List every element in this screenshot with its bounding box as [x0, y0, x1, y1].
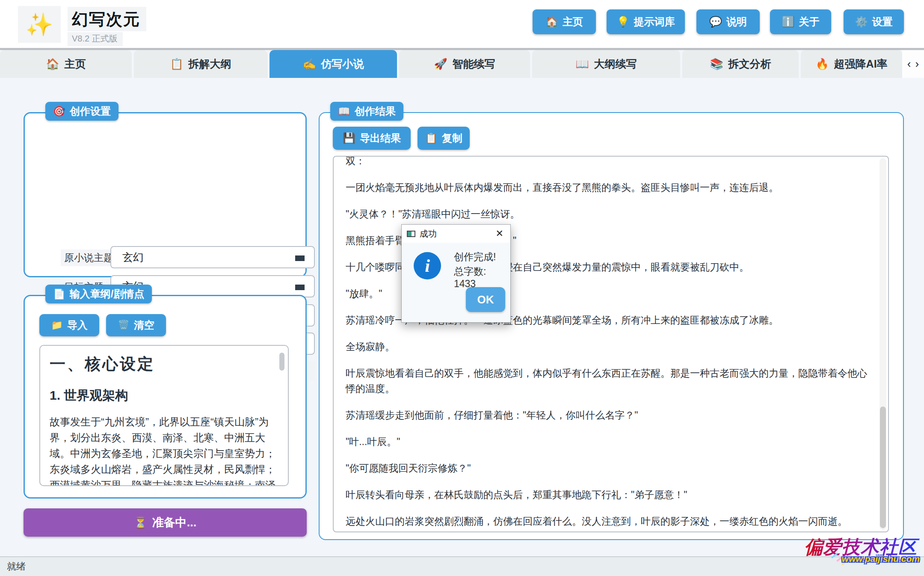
- tab-home[interactable]: 🏠 主页: [0, 50, 132, 78]
- source-theme-select[interactable]: 玄幻: [110, 246, 315, 268]
- document-icon: 📄: [53, 288, 65, 300]
- tab-smart-continue[interactable]: 🚀 智能续写: [399, 50, 530, 78]
- tab-outline-deconstruct[interactable]: 📋 拆解大纲: [134, 50, 267, 78]
- info-icon: ℹ️: [782, 16, 795, 28]
- export-button[interactable]: 💾 导出结果: [333, 127, 411, 150]
- outline-panel-title-label: 输入章纲/剧情点: [70, 287, 145, 301]
- dialog-title: 成功: [420, 228, 494, 240]
- result-panel-title: 📖 创作结果: [330, 102, 403, 121]
- select-arrow-icon: [295, 255, 305, 261]
- watermark: 偏爱技术社区 www.paijishu.com: [804, 535, 922, 560]
- app-window: ✨ 幻写次元 V8.2 正式版 🏠 主页 💡 提示词库 💬 说明 ℹ️ 关于 ⚙…: [0, 0, 924, 576]
- status-text: 就绪: [7, 560, 26, 573]
- clipboard-icon: 📋: [425, 132, 438, 144]
- tab-imitate-novel-label: 仿写小说: [321, 57, 364, 71]
- close-icon[interactable]: ✕: [494, 228, 505, 239]
- ok-button[interactable]: OK: [466, 287, 505, 312]
- result-paragraph: "火灵体？！"苏清瑶眼中闪过一丝惊讶。: [346, 206, 876, 222]
- settings-panel-title: 🎯 创作设置: [45, 102, 118, 121]
- target-icon: 🎯: [53, 106, 65, 117]
- app-version: V8.2 正式版: [68, 32, 123, 46]
- home-button[interactable]: 🏠 主页: [533, 9, 596, 34]
- result-paragraph: "叶...叶辰。": [346, 434, 876, 449]
- copy-button[interactable]: 📋 复制: [418, 127, 470, 150]
- result-paragraph: 双：: [346, 156, 876, 169]
- home-icon: 🏠: [46, 58, 59, 70]
- info-circle-icon: i: [414, 252, 441, 279]
- status-bar: 就绪: [0, 556, 924, 576]
- trash-icon: 🗑️: [118, 320, 129, 331]
- result-textarea[interactable]: 双： 一团火焰毫无预兆地从叶辰体内爆发而出，直接吞没了黑熊的拳头。盗匪头目惨叫一…: [333, 156, 889, 532]
- dialog-message: 创作完成!: [454, 250, 496, 264]
- tab-text-analysis[interactable]: 📚 拆文分析: [682, 50, 799, 78]
- select-arrow-icon: [295, 285, 305, 290]
- result-paragraph: "你可愿随我回天衍宗修炼？": [346, 460, 876, 476]
- result-panel-title-label: 创作结果: [355, 104, 396, 118]
- hourglass-icon: ⏳: [134, 517, 147, 529]
- settings-button-label: 设置: [872, 15, 892, 29]
- sparkles-icon: ✨: [26, 12, 53, 38]
- open-book-icon: 📖: [338, 106, 350, 117]
- outline-textarea[interactable]: 一、核心设定 1. 世界观架构 故事发生于“九州玄境”，此界以五座“镇天山脉”为…: [39, 345, 289, 486]
- books-icon: 📚: [710, 58, 723, 70]
- floppy-disk-icon: 💾: [343, 132, 355, 144]
- help-button[interactable]: 💬 说明: [696, 9, 760, 34]
- prompt-library-label: 提示词库: [634, 15, 675, 29]
- settings-button[interactable]: ⚙️ 设置: [844, 9, 904, 34]
- generate-button-label: 准备中...: [152, 515, 197, 530]
- lightbulb-icon: 💡: [617, 16, 630, 28]
- result-paragraph: 叶辰转头看向母亲，在林氏鼓励的点头后，郑重其事地跪下行礼："弟子愿意！": [346, 487, 876, 502]
- scroll-right-arrow-icon[interactable]: ›: [915, 57, 919, 71]
- result-paragraph: 全场寂静。: [346, 339, 876, 354]
- clear-button-label: 清空: [134, 318, 154, 332]
- dialog-titlebar: 成功 ✕: [402, 225, 510, 243]
- outline-body-text: 故事发生于“九州玄境”，此界以五座“镇天山脉”为界，划分出东炎、西漠、南泽、北寒…: [50, 414, 278, 486]
- clear-button[interactable]: 🗑️ 清空: [106, 314, 166, 336]
- clipboard-icon: 📋: [170, 58, 183, 70]
- app-logo: ✨: [18, 6, 61, 43]
- tab-smart-continue-label: 智能续写: [453, 57, 495, 71]
- app-title-block: 幻写次元 V8.2 正式版: [68, 7, 146, 46]
- result-paragraph: 叶辰震惊地看着自己的双手，他能感觉到，体内似乎有什么东西正在苏醒。那是一种古老而…: [346, 365, 876, 396]
- app-title: 幻写次元: [68, 7, 146, 31]
- tab-scroll-arrows: ‹ ›: [902, 50, 924, 78]
- generate-button[interactable]: ⏳ 准备中...: [24, 508, 307, 537]
- copy-button-label: 复制: [442, 131, 462, 145]
- tab-outline-continue-label: 大纲续写: [594, 57, 637, 71]
- help-button-label: 说明: [726, 15, 747, 29]
- dialog-word-count: 总字数: 1433: [454, 265, 510, 290]
- speech-bubble-icon: 💬: [709, 16, 722, 28]
- tab-imitate-novel[interactable]: ✍️ 仿写小说: [270, 50, 397, 78]
- export-button-label: 导出结果: [360, 131, 401, 145]
- window-icon: [407, 231, 415, 237]
- tab-reduce-ai-rate[interactable]: 🔥 超强降AI率: [801, 50, 902, 78]
- gear-icon: ⚙️: [855, 16, 868, 28]
- settings-panel-title-label: 创作设置: [70, 104, 111, 118]
- source-theme-value: 玄幻: [122, 250, 144, 264]
- home-icon: 🏠: [545, 16, 558, 28]
- tab-home-label: 主页: [65, 57, 86, 71]
- result-paragraph: 一团火焰毫无预兆地从叶辰体内爆发而出，直接吞没了黑熊的拳头。盗匪头目惨叫一声，连…: [346, 180, 876, 195]
- tab-outline-continue[interactable]: 📖 大纲续写: [532, 50, 680, 78]
- writing-hand-icon: ✍️: [302, 58, 316, 70]
- import-button-label: 导入: [67, 318, 88, 332]
- header: ✨ 幻写次元 V8.2 正式版 🏠 主页 💡 提示词库 💬 说明 ℹ️ 关于 ⚙…: [0, 0, 924, 48]
- tab-reduce-ai-rate-label: 超强降AI率: [834, 57, 888, 71]
- outline-heading: 一、核心设定: [50, 353, 278, 375]
- import-button[interactable]: 📁 导入: [39, 314, 99, 336]
- outline-scrollbar-thumb[interactable]: [279, 353, 284, 371]
- about-button[interactable]: ℹ️ 关于: [770, 9, 831, 34]
- home-button-label: 主页: [563, 15, 583, 29]
- watermark-url: www.paijishu.com: [842, 554, 920, 564]
- prompt-library-button[interactable]: 💡 提示词库: [607, 9, 685, 34]
- success-dialog: 成功 ✕ i 创作完成! 总字数: 1433 OK: [401, 224, 511, 323]
- result-scrollbar-thumb[interactable]: [880, 407, 886, 528]
- scroll-left-arrow-icon[interactable]: ‹: [907, 57, 911, 71]
- settings-panel: 原小说主题: 玄幻 目标主题: 玄幻 生成章节数: 1 每章字数: 3000 启…: [24, 112, 307, 277]
- open-book-icon: 📖: [575, 58, 589, 70]
- tab-bar: 🏠 主页 📋 拆解大纲 ✍️ 仿写小说 🚀 智能续写 📖 大纲续写 📚 拆文分析…: [0, 50, 924, 78]
- result-paragraph: 远处火山口的岩浆突然剧烈翻涌，仿佛在回应着什么。没人注意到，叶辰的影子深处，一缕…: [346, 514, 876, 529]
- folder-icon: 📁: [51, 320, 62, 331]
- result-paragraph: 苏清瑶缓步走到他面前，仔细打量着他："年轻人，你叫什么名字？": [346, 407, 876, 423]
- about-button-label: 关于: [799, 15, 819, 29]
